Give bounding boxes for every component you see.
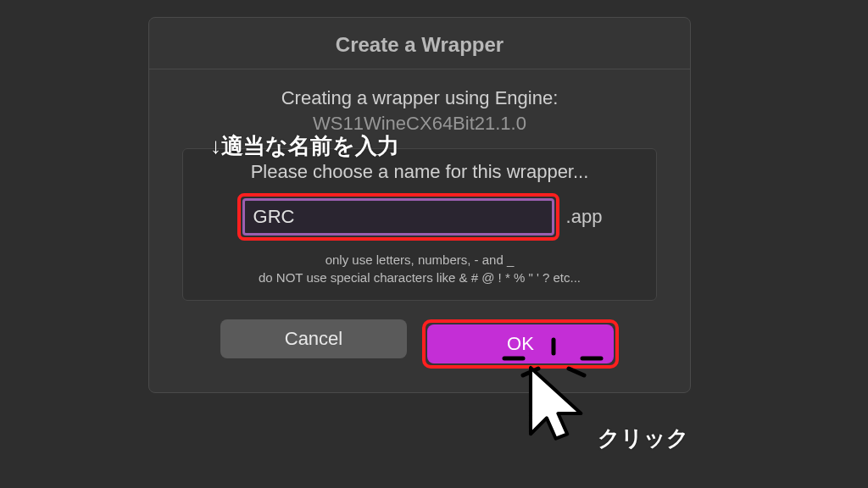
engine-label: Creating a wrapper using Engine: [173,86,666,111]
input-row: .app [198,193,641,241]
name-input-panel: Please choose a name for this wrapper...… [182,148,657,301]
wrapper-name-input[interactable] [242,198,554,236]
ok-highlight-box: OK [422,319,619,369]
button-row: Cancel OK [173,319,666,369]
dialog-title: Create a Wrapper [336,33,504,56]
dialog-title-bar: Create a Wrapper [149,18,690,69]
hint-allowed-chars: only use letters, numbers, - and _ [198,252,641,267]
hint-forbidden-chars: do NOT use special characters like & # @… [198,270,641,285]
ok-button[interactable]: OK [427,324,614,363]
annotation-input-hint: ↓適当な名前を入力 [210,131,399,161]
dialog-body: Creating a wrapper using Engine: WS11Win… [149,69,690,369]
prompt-text: Please choose a name for this wrapper... [198,161,641,183]
cancel-button[interactable]: Cancel [220,319,407,358]
app-suffix: .app [566,206,603,228]
input-highlight-box [237,193,559,241]
create-wrapper-dialog: Create a Wrapper Creating a wrapper usin… [148,17,691,393]
annotation-click-hint: クリック [598,424,689,453]
